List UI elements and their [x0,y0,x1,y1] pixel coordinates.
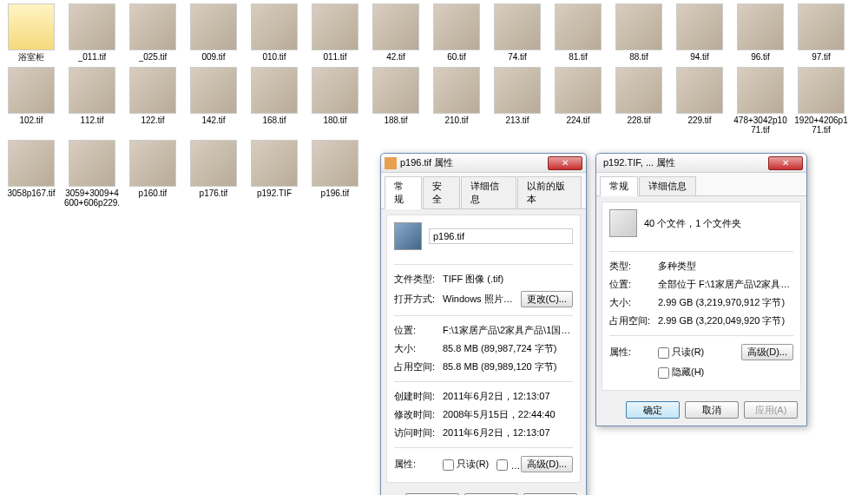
file-item[interactable]: 88.tif [609,2,668,63]
file-item[interactable]: 42.tif [366,2,425,63]
value-filetype: TIFF 图像 (.tif) [443,273,573,286]
image-thumbnail [433,3,480,50]
hidden-checkbox[interactable] [496,459,508,471]
file-label: 009.tif [201,52,225,62]
image-thumbnail [69,3,115,50]
file-item[interactable]: 228.tif [609,65,668,136]
file-item[interactable]: 229.tif [670,65,729,136]
image-thumbnail [312,67,358,114]
tab-general[interactable]: 常规 [600,176,638,196]
file-label: _011.tif [78,52,107,62]
file-label: 011.tif [323,52,346,62]
dialog-titlebar[interactable]: p192.TIF, ... 属性 ✕ [596,154,806,173]
file-item[interactable]: 1920+4206p171.tif [792,65,851,136]
image-thumbnail [190,140,237,187]
file-label: 74.tif [508,52,527,62]
image-thumbnail [190,3,237,50]
file-item[interactable]: 180.tif [306,65,365,136]
file-label: 478+3042p1071.tif [732,116,789,135]
file-label: 3058p167.tif [7,188,55,198]
image-thumbnail [798,3,845,50]
close-button[interactable]: ✕ [768,156,803,170]
filename-input[interactable] [429,228,573,244]
ok-button[interactable]: 确定 [626,401,680,419]
change-button[interactable]: 更改(C)... [521,291,573,307]
value-modified: 2008年5月15日，22:44:40 [443,408,573,421]
image-thumbnail [555,3,602,50]
tab-general[interactable]: 常规 [385,176,422,209]
dialog-titlebar[interactable]: p196.tif 属性 ✕ [381,154,586,173]
image-thumbnail [433,67,480,114]
dialog-title: p192.TIF, ... 属性 [600,156,768,169]
file-item[interactable]: 60.tif [427,2,486,63]
tab-security[interactable]: 安全 [423,176,460,208]
value-accessed: 2011年6月2日，12:13:07 [443,426,573,439]
file-item[interactable]: 478+3042p1071.tif [731,65,790,136]
file-item[interactable]: p160.tif [123,138,182,209]
file-label: 010.tif [262,52,286,62]
file-item[interactable]: 81.tif [549,2,608,63]
file-label: 42.tif [386,52,405,62]
file-item[interactable]: p176.tif [184,138,243,209]
readonly-checkbox[interactable] [443,459,454,471]
image-thumbnail [69,67,115,114]
value-location: F:\1家居产品\2家具产品\1国际品牌\意大利【 [443,324,573,337]
file-item[interactable]: 3059+3009+4600+606p229.tif [62,138,122,209]
file-label: 94.tif [690,52,709,62]
file-label: 102.tif [19,116,43,125]
image-thumbnail [372,67,419,114]
file-label: 112.tif [80,116,103,125]
file-item[interactable]: 210.tif [427,65,486,136]
file-item[interactable]: 009.tif [184,2,243,63]
folder-icon [8,3,55,50]
file-item[interactable]: 188.tif [366,65,425,136]
folder-item[interactable]: 浴室柜 [2,2,61,63]
multi-file-icon [609,209,637,237]
file-item[interactable]: 011.tif [306,2,365,63]
file-item[interactable]: _011.tif [62,2,122,63]
file-item[interactable]: 142.tif [184,65,243,136]
file-item[interactable]: 102.tif [2,65,61,136]
cancel-button[interactable]: 取消 [685,401,739,419]
hidden-checkbox[interactable] [658,367,669,379]
file-item[interactable]: 168.tif [245,65,304,136]
label-location: 位置: [609,278,658,291]
image-thumbnail [8,67,55,114]
image-thumbnail [615,3,662,50]
label-attributes: 属性: [394,458,443,471]
advanced-button[interactable]: 高级(D)... [521,456,573,472]
file-item[interactable]: 224.tif [549,65,608,136]
label-type: 类型: [609,260,658,273]
tab-previous[interactable]: 以前的版本 [517,176,582,208]
file-item[interactable]: 213.tif [488,65,547,136]
file-label: 97.tif [812,52,831,62]
file-item[interactable]: 94.tif [670,2,729,63]
file-label: 224.tif [566,116,589,125]
close-button[interactable]: ✕ [548,156,582,170]
dialog-title: p196.tif 属性 [400,156,548,169]
apply-button[interactable]: 应用(A) [744,401,798,419]
value-openwith: Windows 照片查看器 [443,293,521,306]
file-item[interactable]: 112.tif [62,65,122,136]
file-label: 浴室柜 [18,52,44,62]
file-item[interactable]: 96.tif [731,2,790,63]
file-label: 3059+3009+4600+606p229.tif [63,188,121,208]
label-location: 位置: [394,324,443,337]
file-item[interactable]: 122.tif [123,65,182,136]
readonly-checkbox[interactable] [658,347,669,359]
properties-dialog-multi: p192.TIF, ... 属性 ✕ 常规 详细信息 40 个文件，1 个文件夹… [595,153,807,426]
advanced-button[interactable]: 高级(D)... [741,344,793,360]
file-item[interactable]: p192.TIF [245,138,304,209]
tab-details[interactable]: 详细信息 [461,176,516,208]
image-thumbnail [737,3,784,50]
label-size: 大小: [609,296,658,309]
file-item[interactable]: 010.tif [245,2,304,63]
file-item[interactable]: _025.tif [123,2,182,63]
tab-details[interactable]: 详细信息 [639,176,696,195]
value-size: 2.99 GB (3,219,970,912 字节) [658,296,793,309]
file-type-icon [394,222,422,250]
file-item[interactable]: 97.tif [792,2,851,63]
file-item[interactable]: p196.tif [306,138,365,209]
file-item[interactable]: 3058p167.tif [2,138,61,209]
file-item[interactable]: 74.tif [488,2,547,63]
